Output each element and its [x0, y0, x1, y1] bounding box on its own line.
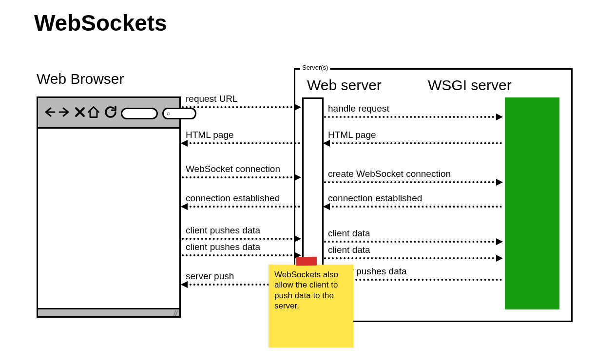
flow-label: client pushes data [186, 225, 260, 236]
arrow-right-icon [324, 241, 502, 243]
browser-window: ⌕ // [37, 96, 181, 318]
address-bar [121, 108, 158, 119]
resize-grip-icon: // [173, 309, 177, 317]
arrow-right-icon [324, 181, 502, 183]
home-icon [87, 105, 100, 119]
arrow-right-icon [182, 238, 300, 240]
sticky-note-tape [296, 257, 317, 266]
flow-label: client data [328, 245, 370, 255]
flow-label: HTML page [186, 130, 234, 140]
flow-label: WebSocket connection [186, 164, 280, 174]
flow-label: create WebSocket connection [328, 169, 451, 179]
flow-label: connection established [328, 193, 422, 204]
flow-label: HTML page [328, 130, 376, 140]
arrow-right-icon [182, 254, 300, 256]
arrow-left-icon [182, 206, 300, 208]
flow-label: request URL [186, 94, 238, 104]
flow-label: client data [328, 228, 370, 239]
arrow-right-icon [182, 176, 300, 178]
wsgi-server-lane [505, 97, 559, 309]
back-arrow-icon [44, 106, 56, 118]
browser-heading: Web Browser [37, 71, 124, 87]
browser-status-bar: // [38, 308, 179, 316]
sticky-note: WebSockets also allow the client to push… [269, 265, 353, 347]
servers-legend: Server(s) [300, 64, 330, 71]
flow-label: server push [186, 271, 234, 282]
flow-label: client pushes data [186, 242, 260, 252]
flow-label: connection established [186, 193, 280, 204]
page-title: WebSockets [34, 10, 167, 36]
flow-label: handle request [328, 103, 389, 114]
arrow-right-icon [324, 257, 502, 259]
forward-arrow-icon [58, 106, 70, 118]
reload-icon [103, 105, 118, 119]
search-bar: ⌕ [162, 108, 196, 119]
stop-x-icon [74, 106, 86, 118]
browser-toolbar: ⌕ [38, 98, 179, 129]
arrow-left-icon [324, 142, 502, 144]
arrow-right-icon [324, 116, 502, 118]
arrow-left-icon [324, 206, 502, 208]
arrow-left-icon [182, 142, 300, 144]
arrow-right-icon [182, 106, 300, 108]
wsgi-server-heading: WSGI server [428, 77, 512, 94]
web-server-heading: Web server [307, 77, 382, 94]
